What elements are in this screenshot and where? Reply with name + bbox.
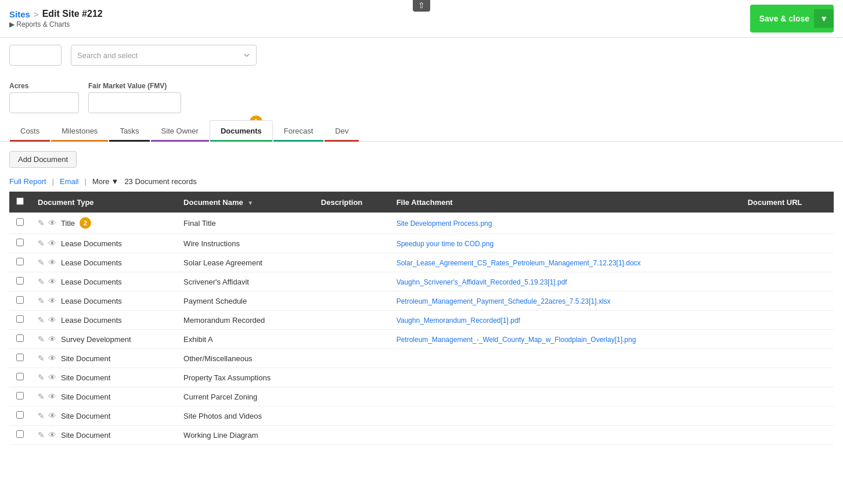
table-controls: Full Report | Email | More ▼ 23 Document… bbox=[9, 177, 834, 186]
row-document-url bbox=[741, 311, 834, 330]
view-icon[interactable]: 👁 bbox=[48, 411, 56, 420]
file-attachment-link[interactable]: Petroleum_Management_-_Weld_County_Map_w… bbox=[397, 336, 636, 344]
row-checkbox[interactable] bbox=[16, 315, 24, 323]
row-file-attachment: Vaughn_Scrivener's_Affidavit_Recorded_5.… bbox=[390, 272, 741, 291]
content-area: Add Document Full Report | Email | More … bbox=[0, 142, 843, 454]
view-icon[interactable]: 👁 bbox=[48, 430, 56, 440]
file-attachment-link[interactable]: Speedup your time to COD.png bbox=[397, 240, 493, 248]
fmv-group: Fair Market Value (FMV) bbox=[88, 82, 181, 113]
add-document-button[interactable]: Add Document bbox=[9, 151, 77, 168]
edit-icon[interactable]: ✎ bbox=[38, 411, 45, 420]
edit-icon[interactable]: ✎ bbox=[38, 258, 45, 267]
file-attachment-link[interactable]: Solar_Lease_Agreement_CS_Rates_Petroleum… bbox=[397, 259, 641, 267]
header-document-url: Document URL bbox=[741, 192, 834, 213]
table-row: ✎👁Lease DocumentsMemorandum RecordedVaug… bbox=[9, 311, 834, 330]
acres-input[interactable] bbox=[9, 92, 79, 113]
header-document-type: Document Type bbox=[31, 192, 176, 213]
table-row: ✎👁Site DocumentOther/Miscellaneous bbox=[9, 349, 834, 368]
save-close-button[interactable]: Save & close ▼ bbox=[750, 5, 834, 33]
row-checkbox[interactable] bbox=[16, 354, 24, 361]
page-title: Edit Site #212 bbox=[42, 9, 103, 19]
row-checkbox[interactable] bbox=[16, 334, 24, 342]
tab-milestones[interactable]: Milestones bbox=[51, 120, 109, 141]
file-attachment-link[interactable]: Petroleum_Management_Payment_Schedule_22… bbox=[397, 297, 611, 305]
full-report-link[interactable]: Full Report bbox=[9, 177, 46, 186]
form-section: Search and select Acres Fair Market Valu… bbox=[0, 38, 843, 120]
row-file-attachment bbox=[390, 406, 741, 426]
unknown-input-1[interactable] bbox=[9, 45, 62, 66]
search-select[interactable]: Search and select bbox=[71, 45, 257, 66]
acres-label: Acres bbox=[9, 82, 79, 90]
row-file-attachment bbox=[390, 368, 741, 387]
view-icon[interactable]: 👁 bbox=[48, 373, 56, 382]
edit-icon[interactable]: ✎ bbox=[38, 373, 45, 382]
header-document-name[interactable]: Document Name ▼ bbox=[176, 192, 314, 213]
row-description bbox=[314, 272, 390, 291]
view-icon[interactable]: 👁 bbox=[48, 296, 56, 305]
tab-dev[interactable]: Dev bbox=[324, 120, 359, 141]
row-checkbox[interactable] bbox=[16, 239, 24, 246]
edit-icon[interactable]: ✎ bbox=[38, 277, 45, 286]
row-document-name: Working Line Diagram bbox=[176, 426, 314, 445]
file-attachment-link[interactable]: Site Development Process.png bbox=[397, 219, 492, 228]
row-document-name: Site Photos and Videos bbox=[176, 406, 314, 426]
edit-icon[interactable]: ✎ bbox=[38, 296, 45, 305]
row-document-name: Payment Schedule bbox=[176, 291, 314, 311]
edit-icon[interactable]: ✎ bbox=[38, 334, 45, 344]
view-icon[interactable]: 👁 bbox=[48, 277, 56, 286]
breadcrumb-sites[interactable]: Sites bbox=[9, 9, 30, 19]
row-document-type: ✎👁Site Document bbox=[31, 368, 176, 387]
view-icon[interactable]: 👁 bbox=[48, 218, 56, 228]
tab-forecast[interactable]: Forecast bbox=[273, 120, 325, 141]
upload-indicator: ⇧ bbox=[413, 0, 430, 12]
edit-icon[interactable]: ✎ bbox=[38, 315, 45, 325]
header-description: Description bbox=[314, 192, 390, 213]
row-checkbox[interactable] bbox=[16, 258, 24, 265]
email-link[interactable]: Email bbox=[60, 177, 79, 186]
edit-icon[interactable]: ✎ bbox=[38, 218, 45, 228]
table-row: ✎👁Lease DocumentsWire InstructionsSpeedu… bbox=[9, 234, 834, 253]
row-document-url bbox=[741, 330, 834, 349]
view-icon[interactable]: 👁 bbox=[48, 334, 56, 344]
row-checkbox[interactable] bbox=[16, 277, 24, 285]
row-type-label: Site Document bbox=[61, 354, 110, 363]
row-type-label: Survey Development bbox=[61, 335, 131, 344]
row-description bbox=[314, 253, 390, 272]
row-document-url bbox=[741, 406, 834, 426]
save-close-dropdown-arrow[interactable]: ▼ bbox=[814, 9, 834, 28]
view-icon[interactable]: 👁 bbox=[48, 258, 56, 267]
more-button[interactable]: More ▼ bbox=[92, 177, 119, 186]
row-checkbox[interactable] bbox=[16, 218, 24, 226]
row-badge: 2 bbox=[80, 217, 91, 229]
view-icon[interactable]: 👁 bbox=[48, 354, 56, 363]
tab-tasks[interactable]: Tasks bbox=[109, 120, 150, 141]
row-document-type: ✎👁Site Document bbox=[31, 406, 176, 426]
view-icon[interactable]: 👁 bbox=[48, 392, 56, 401]
row-checkbox[interactable] bbox=[16, 411, 24, 419]
tab-costs[interactable]: Costs bbox=[9, 120, 51, 141]
reports-charts-link[interactable]: ▶ Reports & Charts bbox=[9, 20, 103, 28]
file-attachment-link[interactable]: Vaughn_Scrivener's_Affidavit_Recorded_5.… bbox=[397, 278, 567, 286]
view-icon[interactable]: 👁 bbox=[48, 315, 56, 325]
edit-icon[interactable]: ✎ bbox=[38, 354, 45, 363]
table-row: ✎👁Site DocumentProperty Tax Assumptions bbox=[9, 368, 834, 387]
row-description bbox=[314, 406, 390, 426]
view-icon[interactable]: 👁 bbox=[48, 239, 56, 248]
row-document-type: ✎👁Lease Documents bbox=[31, 253, 176, 272]
row-checkbox[interactable] bbox=[16, 430, 24, 438]
file-attachment-link[interactable]: Vaughn_Memorandum_Recorded[1].pdf bbox=[397, 316, 520, 325]
fmv-input[interactable] bbox=[88, 92, 181, 113]
row-document-url bbox=[741, 253, 834, 272]
row-checkbox[interactable] bbox=[16, 392, 24, 399]
tab-documents[interactable]: Documents bbox=[210, 120, 273, 141]
edit-icon[interactable]: ✎ bbox=[38, 430, 45, 440]
edit-icon[interactable]: ✎ bbox=[38, 392, 45, 401]
row-checkbox[interactable] bbox=[16, 373, 24, 380]
edit-icon[interactable]: ✎ bbox=[38, 239, 45, 248]
row-type-label: Lease Documents bbox=[61, 297, 122, 305]
select-all-checkbox[interactable] bbox=[16, 197, 24, 205]
row-checkbox[interactable] bbox=[16, 296, 24, 304]
tab-site-owner[interactable]: Site Owner bbox=[150, 120, 210, 141]
acres-group: Acres bbox=[9, 82, 79, 113]
row-document-type: ✎👁Lease Documents bbox=[31, 234, 176, 253]
